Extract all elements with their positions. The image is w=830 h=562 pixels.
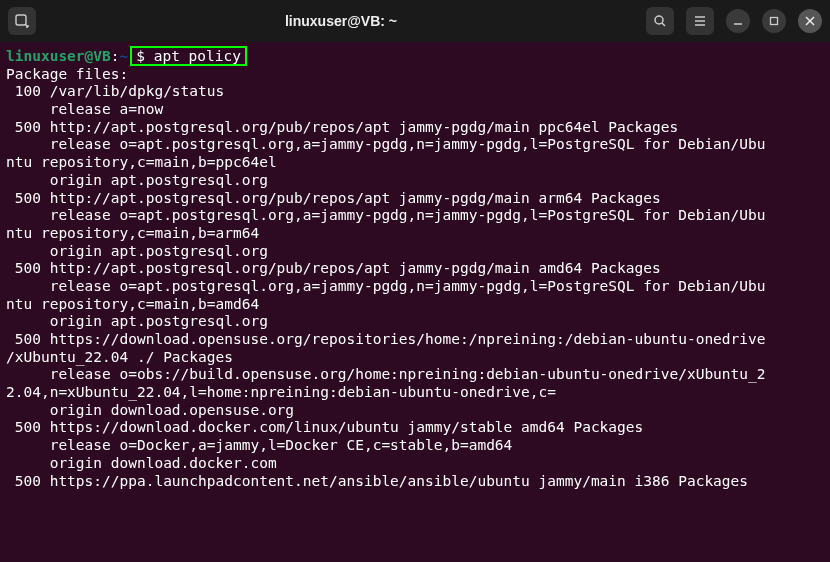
minimize-button[interactable] bbox=[726, 9, 750, 33]
output-line: release o=Docker,a=jammy,l=Docker CE,c=s… bbox=[6, 437, 512, 453]
output-line: origin apt.postgresql.org bbox=[6, 243, 268, 259]
search-icon bbox=[653, 14, 667, 28]
output-line: 2.04,n=xUbuntu_22.04,l=home:npreining:de… bbox=[6, 384, 556, 400]
minimize-icon bbox=[733, 16, 743, 26]
output-line: ntu repository,c=main,b=amd64 bbox=[6, 296, 259, 312]
output-line: 100 /var/lib/dpkg/status bbox=[6, 83, 224, 99]
titlebar-right-group bbox=[646, 7, 822, 35]
maximize-button[interactable] bbox=[762, 9, 786, 33]
output-line: 500 https://ppa.launchpadcontent.net/ans… bbox=[6, 473, 748, 489]
prompt-colon: : bbox=[111, 48, 120, 64]
output-line: 500 http://apt.postgresql.org/pub/repos/… bbox=[6, 119, 678, 135]
menu-button[interactable] bbox=[686, 7, 714, 35]
output-line: origin download.opensuse.org bbox=[6, 402, 294, 418]
maximize-icon bbox=[769, 16, 779, 26]
prompt-path: ~ bbox=[120, 48, 129, 64]
output-line: release o=obs://build.opensuse.org/home:… bbox=[6, 366, 766, 382]
output-line: Package files: bbox=[6, 66, 128, 82]
output-line: 500 https://download.opensuse.org/reposi… bbox=[6, 331, 766, 347]
window-title: linuxuser@VB: ~ bbox=[44, 13, 638, 29]
prompt-symbol: $ bbox=[136, 48, 153, 64]
output-line: 500 http://apt.postgresql.org/pub/repos/… bbox=[6, 260, 661, 276]
output-line: 500 https://download.docker.com/linux/ub… bbox=[6, 419, 643, 435]
hamburger-icon bbox=[693, 14, 707, 28]
titlebar-left-group bbox=[8, 7, 36, 35]
prompt-user-host: linuxuser@VB bbox=[6, 48, 111, 64]
terminal-area[interactable]: linuxuser@VB:~$ apt policy Package files… bbox=[0, 42, 830, 496]
output-line: release a=now bbox=[6, 101, 163, 117]
output-line: 500 http://apt.postgresql.org/pub/repos/… bbox=[6, 190, 661, 206]
output-line: /xUbuntu_22.04 ./ Packages bbox=[6, 349, 233, 365]
new-tab-button[interactable] bbox=[8, 7, 36, 35]
close-button[interactable] bbox=[798, 9, 822, 33]
search-button[interactable] bbox=[646, 7, 674, 35]
output-line: release o=apt.postgresql.org,a=jammy-pgd… bbox=[6, 278, 766, 294]
output-line: origin apt.postgresql.org bbox=[6, 313, 268, 329]
command-highlight: $ apt policy bbox=[130, 46, 247, 66]
svg-rect-0 bbox=[16, 15, 26, 25]
close-icon bbox=[805, 16, 815, 26]
output-line: origin download.docker.com bbox=[6, 455, 277, 471]
output-line: release o=apt.postgresql.org,a=jammy-pgd… bbox=[6, 207, 766, 223]
svg-point-4 bbox=[655, 16, 663, 24]
output-line: origin apt.postgresql.org bbox=[6, 172, 268, 188]
output-line: ntu repository,c=main,b=arm64 bbox=[6, 225, 259, 241]
output-line: ntu repository,c=main,b=ppc64el bbox=[6, 154, 277, 170]
output-line: release o=apt.postgresql.org,a=jammy-pgd… bbox=[6, 136, 766, 152]
window-titlebar: linuxuser@VB: ~ bbox=[0, 0, 830, 42]
command-text: apt policy bbox=[154, 48, 241, 64]
svg-rect-10 bbox=[771, 18, 778, 25]
new-tab-icon bbox=[14, 13, 30, 29]
svg-line-5 bbox=[662, 23, 665, 26]
